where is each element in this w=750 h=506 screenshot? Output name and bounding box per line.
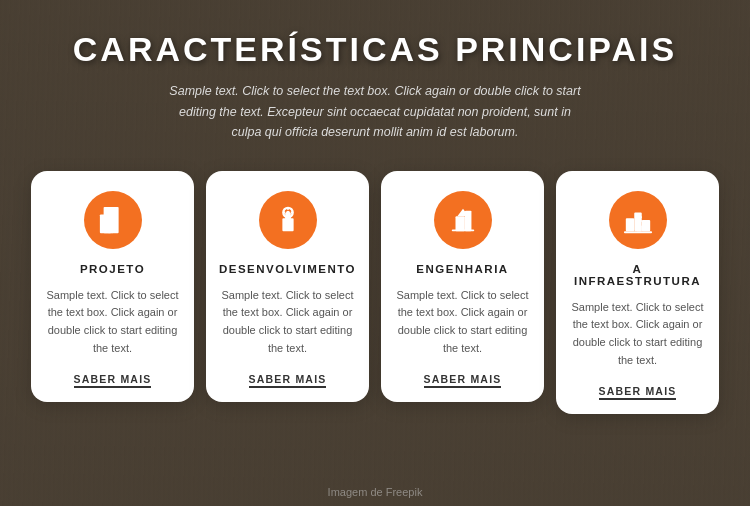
card-icon-infraestrutura — [609, 191, 667, 249]
card-text-projeto: Sample text. Click to select the text bo… — [45, 287, 180, 357]
building-icon — [98, 205, 128, 235]
svg-rect-14 — [288, 222, 290, 226]
svg-rect-6 — [106, 222, 109, 225]
card-icon-projeto — [84, 191, 142, 249]
svg-rect-34 — [639, 220, 641, 222]
card-text-engenharia: Sample text. Click to select the text bo… — [395, 287, 530, 357]
card-engenharia: ENGENHARIA Sample text. Click to select … — [381, 171, 544, 402]
card-link-engenharia[interactable]: SABER MAIS — [424, 373, 502, 388]
svg-rect-18 — [467, 218, 469, 220]
svg-point-12 — [286, 211, 290, 215]
svg-rect-38 — [623, 231, 651, 233]
card-desenvolvimento: DESENVOLVIMENTO Sample text. Click to se… — [206, 171, 369, 402]
svg-rect-20 — [458, 220, 460, 222]
page-title: CARACTERÍSTICAS PRINCIPAIS — [73, 30, 677, 69]
svg-rect-33 — [636, 220, 638, 222]
card-title-engenharia: ENGENHARIA — [416, 263, 508, 275]
svg-rect-13 — [285, 222, 287, 226]
card-icon-engenharia — [434, 191, 492, 249]
svg-rect-32 — [639, 216, 641, 218]
hero-section: CARACTERÍSTICAS PRINCIPAIS Sample text. … — [0, 0, 750, 506]
image-credit: Imagem de Freepik — [328, 486, 423, 498]
gear-building-icon — [273, 205, 303, 235]
card-link-infraestrutura[interactable]: SABER MAIS — [599, 385, 677, 400]
card-link-projeto[interactable]: SABER MAIS — [74, 373, 152, 388]
svg-rect-36 — [646, 224, 648, 226]
svg-rect-2 — [106, 211, 109, 214]
svg-rect-7 — [111, 222, 114, 225]
svg-rect-5 — [111, 216, 114, 219]
card-text-infraestrutura: Sample text. Click to select the text bo… — [570, 299, 705, 369]
svg-rect-19 — [467, 222, 469, 224]
svg-rect-27 — [641, 220, 649, 231]
svg-rect-21 — [458, 224, 460, 226]
city-icon — [623, 205, 653, 235]
svg-rect-24 — [451, 229, 474, 231]
svg-rect-9 — [282, 218, 293, 231]
svg-rect-22 — [458, 227, 460, 229]
card-title-infraestrutura: A INFRAESTRUTURA — [570, 263, 705, 287]
svg-rect-30 — [630, 222, 632, 224]
svg-rect-28 — [627, 222, 629, 224]
svg-rect-35 — [643, 224, 645, 226]
card-title-projeto: PROJETO — [80, 263, 145, 275]
hero-subtitle: Sample text. Click to select the text bo… — [165, 81, 585, 143]
svg-rect-8 — [108, 227, 113, 233]
card-infraestrutura: A INFRAESTRUTURA Sample text. Click to s… — [556, 171, 719, 414]
construction-icon — [448, 205, 478, 235]
card-projeto: PROJETO Sample text. Click to select the… — [31, 171, 194, 402]
card-title-desenvolvimento: DESENVOLVIMENTO — [219, 263, 356, 275]
svg-rect-4 — [106, 216, 109, 219]
cards-container: PROJETO Sample text. Click to select the… — [13, 171, 737, 414]
svg-rect-29 — [627, 226, 629, 228]
svg-rect-3 — [111, 211, 114, 214]
svg-rect-31 — [636, 216, 638, 218]
card-icon-desenvolvimento — [259, 191, 317, 249]
svg-rect-37 — [637, 226, 642, 232]
card-link-desenvolvimento[interactable]: SABER MAIS — [249, 373, 327, 388]
svg-rect-25 — [625, 218, 633, 231]
card-text-desenvolvimento: Sample text. Click to select the text bo… — [220, 287, 355, 357]
